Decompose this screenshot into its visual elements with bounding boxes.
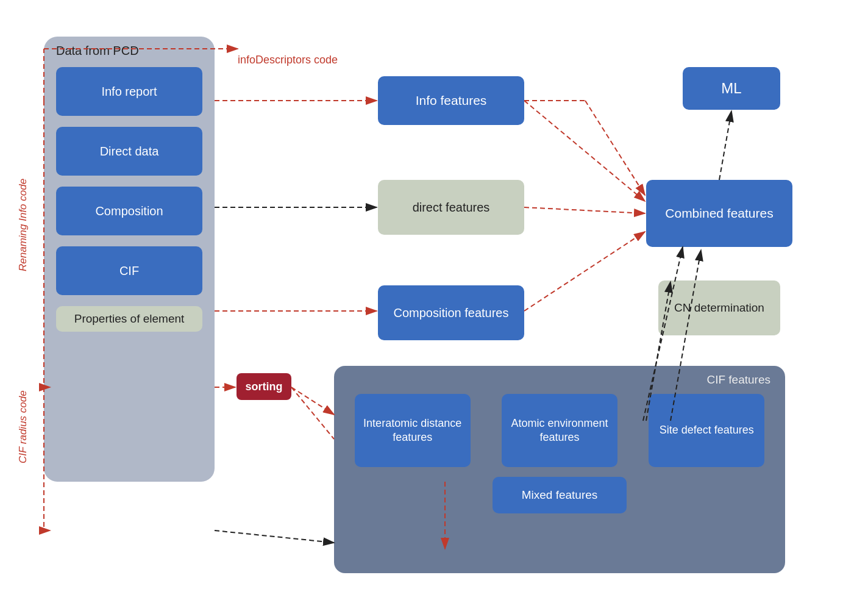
renaming-label: Renaming Info code (17, 101, 29, 271)
mixed-features-box: Mixed features (493, 477, 627, 513)
info-report-box: Info report (56, 67, 202, 116)
cif-panel-title: CIF features (344, 373, 775, 387)
svg-line-6 (524, 207, 645, 213)
pcd-title: Data from PCD (56, 44, 139, 58)
pcd-panel: Data from PCD Info report Direct data Co… (44, 37, 215, 482)
cif-box: CIF (56, 246, 202, 295)
cif-panel-boxes: Interatomic distance features Atomic env… (344, 394, 775, 467)
cn-determination-box: CN determination (658, 280, 780, 335)
direct-features-box: direct features (378, 180, 524, 235)
combined-features-box: Combined features (646, 180, 792, 247)
svg-line-13 (291, 387, 334, 439)
interatomic-box: Interatomic distance features (355, 394, 471, 467)
svg-line-14 (215, 530, 334, 543)
composition-features-box: Composition features (378, 285, 524, 340)
cif-radius-label: CIF radius code (17, 341, 29, 463)
svg-line-12 (291, 387, 334, 415)
ml-box: ML (683, 67, 780, 110)
svg-line-25 (585, 101, 645, 195)
composition-box: Composition (56, 187, 202, 235)
sorting-box: sorting (237, 373, 291, 400)
cif-panel: CIF features Interatomic distance featur… (334, 366, 785, 573)
info-features-box: Info features (378, 76, 524, 125)
svg-line-8 (524, 232, 645, 311)
properties-box: Properties of element (56, 306, 202, 332)
direct-data-box: Direct data (56, 127, 202, 176)
svg-line-4 (524, 101, 645, 201)
atomic-env-box: Atomic environment features (502, 394, 617, 467)
site-defect-box: Site defect features (649, 394, 764, 467)
diagram-container: Data from PCD Info report Direct data Co… (0, 0, 868, 600)
infodescriptors-label: infoDescriptors code (238, 54, 338, 66)
svg-line-16 (719, 111, 731, 180)
